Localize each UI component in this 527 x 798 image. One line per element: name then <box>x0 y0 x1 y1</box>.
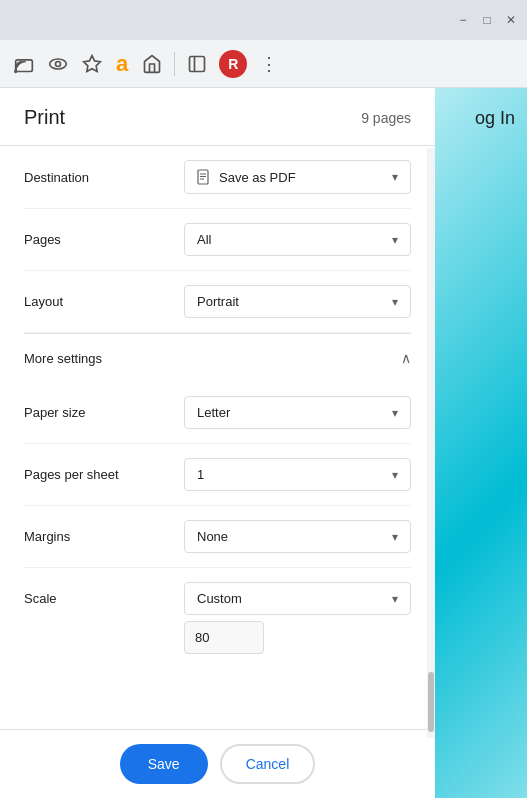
layout-value: Portrait <box>197 294 239 309</box>
svg-point-1 <box>15 70 17 72</box>
cast-icon[interactable] <box>12 52 36 76</box>
scale-row-top: Scale Custom ▾ <box>24 582 411 615</box>
paper-size-control: Letter ▾ <box>184 396 411 429</box>
close-button[interactable]: ✕ <box>503 12 519 28</box>
toolbar-divider <box>174 52 175 76</box>
restore-button[interactable]: □ <box>479 12 495 28</box>
margins-label: Margins <box>24 529 184 544</box>
minimize-button[interactable]: − <box>455 12 471 28</box>
margins-row: Margins None ▾ <box>24 506 411 568</box>
browser-titlebar: − □ ✕ <box>0 0 527 40</box>
chevron-down-icon: ▾ <box>392 468 398 482</box>
chevron-down-icon: ▾ <box>392 170 398 184</box>
menu-button[interactable]: ⋮ <box>257 52 281 76</box>
chevron-down-icon: ▾ <box>392 592 398 606</box>
destination-label: Destination <box>24 170 184 185</box>
scale-dropdown[interactable]: Custom ▾ <box>184 582 411 615</box>
pages-label: Pages <box>24 232 184 247</box>
pages-per-sheet-label: Pages per sheet <box>24 467 184 482</box>
star-icon[interactable] <box>80 52 104 76</box>
more-settings-label: More settings <box>24 351 102 366</box>
main-area: Print 9 pages Destination <box>0 88 527 798</box>
layout-label: Layout <box>24 294 184 309</box>
pages-per-sheet-control: 1 ▾ <box>184 458 411 491</box>
layout-row: Layout Portrait ▾ <box>24 271 411 333</box>
eye-icon[interactable] <box>46 52 70 76</box>
pages-control: All ▾ <box>184 223 411 256</box>
save-button[interactable]: Save <box>120 744 208 784</box>
amazon-logo[interactable]: a <box>116 51 128 77</box>
chevron-down-icon: ▾ <box>392 295 398 309</box>
chevron-up-icon: ∧ <box>401 350 411 366</box>
scale-control: Custom ▾ <box>184 582 411 615</box>
scale-label: Scale <box>24 591 184 606</box>
pages-value: All <box>197 232 211 247</box>
print-header: Print 9 pages <box>0 88 435 146</box>
scale-input-wrap <box>184 621 264 654</box>
layout-dropdown[interactable]: Portrait ▾ <box>184 285 411 318</box>
cancel-button[interactable]: Cancel <box>220 744 316 784</box>
scale-row: Scale Custom ▾ <box>24 568 411 668</box>
print-body: Destination Save as PDF ▾ <box>0 146 435 729</box>
browser-toolbar: a R ⋮ <box>0 40 527 88</box>
svg-marker-4 <box>84 55 101 71</box>
package-icon[interactable] <box>140 52 164 76</box>
avatar[interactable]: R <box>219 50 247 78</box>
more-settings-body: Paper size Letter ▾ Pages per sheet 1 <box>24 382 411 668</box>
paper-size-label: Paper size <box>24 405 184 420</box>
destination-control: Save as PDF ▾ <box>184 160 411 194</box>
print-footer: Save Cancel <box>0 729 435 798</box>
svg-rect-5 <box>190 56 205 71</box>
margins-value: None <box>197 529 228 544</box>
paper-size-dropdown[interactable]: Letter ▾ <box>184 396 411 429</box>
chevron-down-icon: ▾ <box>392 233 398 247</box>
pages-row: Pages All ▾ <box>24 209 411 271</box>
margins-dropdown[interactable]: None ▾ <box>184 520 411 553</box>
scale-value: Custom <box>197 591 242 606</box>
scale-input[interactable] <box>184 621 264 654</box>
chevron-down-icon: ▾ <box>392 530 398 544</box>
pages-per-sheet-value: 1 <box>197 467 204 482</box>
svg-point-2 <box>50 59 67 69</box>
print-panel: Print 9 pages Destination <box>0 88 435 798</box>
paper-size-row: Paper size Letter ▾ <box>24 382 411 444</box>
scroll-track[interactable] <box>427 148 435 738</box>
destination-value: Save as PDF <box>219 170 296 185</box>
sidebar-icon[interactable] <box>185 52 209 76</box>
destination-dropdown[interactable]: Save as PDF ▾ <box>184 160 411 194</box>
page-count: 9 pages <box>361 110 411 126</box>
margins-control: None ▾ <box>184 520 411 553</box>
svg-point-3 <box>56 61 61 66</box>
more-settings-toggle[interactable]: More settings ∧ <box>24 333 411 382</box>
pages-per-sheet-row: Pages per sheet 1 ▾ <box>24 444 411 506</box>
scroll-thumb[interactable] <box>428 672 434 732</box>
log-in-text: og In <box>463 96 527 129</box>
print-title: Print <box>24 106 65 129</box>
side-content: og In <box>435 88 527 798</box>
pages-dropdown[interactable]: All ▾ <box>184 223 411 256</box>
destination-row: Destination Save as PDF ▾ <box>24 146 411 209</box>
layout-control: Portrait ▾ <box>184 285 411 318</box>
paper-size-value: Letter <box>197 405 230 420</box>
pdf-file-icon <box>197 169 211 185</box>
pages-per-sheet-dropdown[interactable]: 1 ▾ <box>184 458 411 491</box>
chevron-down-icon: ▾ <box>392 406 398 420</box>
